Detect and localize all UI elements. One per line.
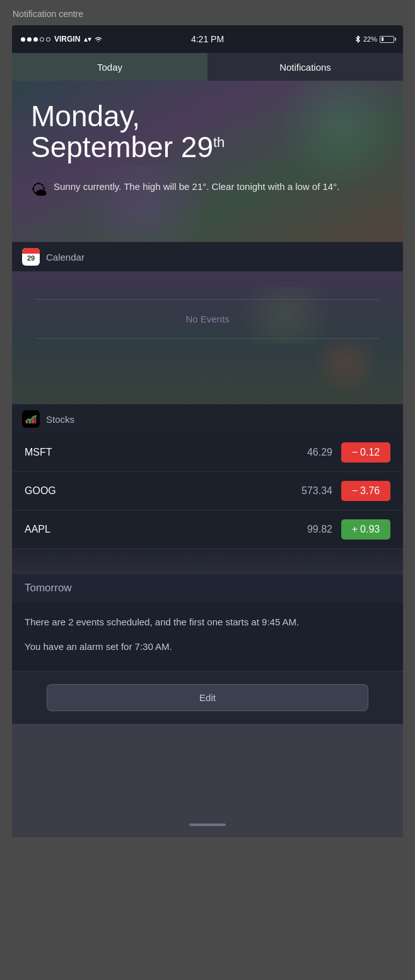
calendar-app-icon: 29 xyxy=(22,248,40,266)
page-title-bar: Notification centre xyxy=(0,0,415,25)
stocks-section-header: Stocks xyxy=(12,404,403,434)
dot-1 xyxy=(21,37,25,42)
tabs-bar: Today Notifications xyxy=(12,53,403,81)
svg-rect-6 xyxy=(32,418,35,423)
stocks-content: MSFT 46.29 − 0.12 GOOG 573.34 − 3.76 AAP… xyxy=(12,434,403,548)
stock-value-goog: 3.76 xyxy=(360,485,380,497)
stock-ticker-goog: GOOG xyxy=(25,485,301,497)
svg-rect-3 xyxy=(35,416,37,423)
wifi-signal-icon xyxy=(94,36,103,43)
date-full: September 29th xyxy=(31,131,384,163)
svg-rect-4 xyxy=(26,421,28,423)
mid-spacer xyxy=(12,548,403,574)
stock-price-goog: 573.34 xyxy=(301,485,332,497)
dot-4 xyxy=(40,37,44,42)
stock-row-msft: MSFT 46.29 − 0.12 xyxy=(12,434,403,472)
date-display: Monday, September 29th xyxy=(31,101,384,163)
tab-today[interactable]: Today xyxy=(12,53,208,81)
wifi-icon: ▴▾ xyxy=(84,35,91,44)
stock-ticker-msft: MSFT xyxy=(25,447,307,458)
calendar-divider-bottom xyxy=(35,338,380,339)
stock-change-msft: − 0.12 xyxy=(341,442,390,463)
tomorrow-events-text: There are 2 events scheduled, and the fi… xyxy=(25,615,390,629)
stock-price-aapl: 99.82 xyxy=(307,524,332,535)
stock-sign-msft: − xyxy=(352,447,358,458)
date-day: Monday, xyxy=(31,101,384,131)
signal-dots xyxy=(21,37,50,42)
stock-change-goog: − 3.76 xyxy=(341,481,390,501)
carrier-label: VIRGIN xyxy=(54,35,80,44)
edit-section: Edit xyxy=(12,671,403,724)
time-display: 4:21 PM xyxy=(191,34,224,44)
weather-row: 🌤 Sunny currently. The high will be 21°.… xyxy=(31,180,384,200)
date-ordinal: th xyxy=(213,134,225,150)
dot-5 xyxy=(46,37,50,42)
calendar-section-header: 29 Calendar xyxy=(12,242,403,271)
tomorrow-alarm-text: You have an alarm set for 7:30 AM. xyxy=(25,639,390,654)
edit-button[interactable]: Edit xyxy=(47,684,368,711)
status-bar: VIRGIN ▴▾ 4:21 PM 22% xyxy=(12,25,403,53)
stocks-section-title: Stocks xyxy=(46,414,74,425)
calendar-content: No Events xyxy=(12,271,403,404)
tomorrow-header: Tomorrow xyxy=(12,574,403,602)
stock-value-msft: 0.12 xyxy=(360,447,380,458)
tomorrow-content: There are 2 events scheduled, and the fi… xyxy=(12,602,403,671)
battery-percentage: 22% xyxy=(363,35,377,43)
date-section: Monday, September 29th 🌤 Sunny currently… xyxy=(12,81,403,242)
bluetooth-icon xyxy=(355,35,361,44)
stock-value-aapl: 0.93 xyxy=(360,524,380,535)
battery-fill xyxy=(382,37,384,41)
battery-icon xyxy=(380,36,394,43)
home-indicator xyxy=(189,824,226,826)
stock-row-goog: GOOG 573.34 − 3.76 xyxy=(12,472,403,511)
weather-sun-icon: 🌤 xyxy=(31,180,47,200)
status-right: 22% xyxy=(355,35,394,44)
status-center: 4:21 PM xyxy=(191,34,224,44)
status-left: VIRGIN ▴▾ xyxy=(21,35,103,44)
stock-sign-goog: − xyxy=(352,485,358,497)
tomorrow-label: Tomorrow xyxy=(25,582,72,594)
stocks-app-icon xyxy=(22,410,40,428)
bottom-area xyxy=(12,724,403,837)
tab-notifications[interactable]: Notifications xyxy=(208,53,403,81)
stock-price-msft: 46.29 xyxy=(307,447,332,458)
dot-3 xyxy=(33,37,38,42)
phone-frame: VIRGIN ▴▾ 4:21 PM 22% Toda xyxy=(12,25,403,837)
page-title: Notification centre xyxy=(13,9,83,19)
stock-sign-aapl: + xyxy=(352,524,358,535)
date-month-day: September 29 xyxy=(31,131,213,163)
stock-ticker-aapl: AAPL xyxy=(25,524,307,535)
calendar-section-title: Calendar xyxy=(46,252,85,263)
stock-change-aapl: + 0.93 xyxy=(341,519,390,540)
svg-rect-5 xyxy=(29,420,32,424)
dot-2 xyxy=(27,37,32,42)
stock-row-aapl: AAPL 99.82 + 0.93 xyxy=(12,511,403,548)
weather-description: Sunny currently. The high will be 21°. C… xyxy=(54,180,339,194)
no-events-label: No Events xyxy=(185,300,229,338)
